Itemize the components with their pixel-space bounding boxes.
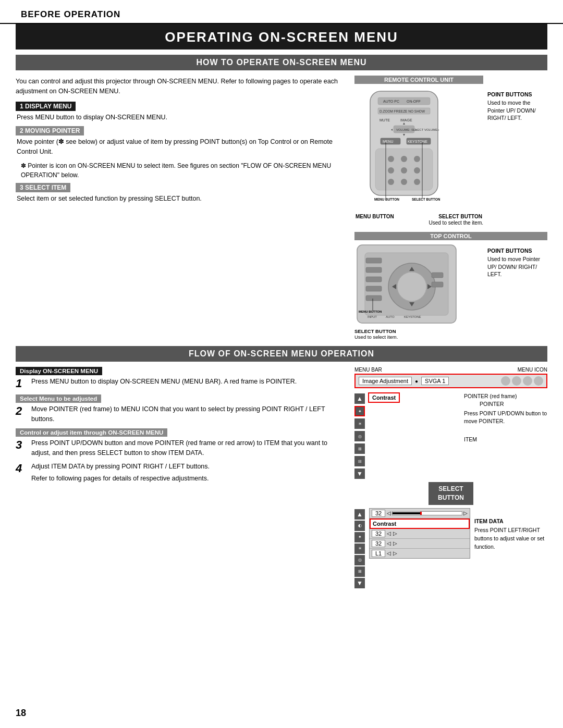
svg-point-28 (414, 179, 420, 185)
main-title: OPERATING ON-SCREEN MENU (16, 29, 547, 45)
page-number: 18 (16, 708, 26, 719)
menu-icon-label: MENU ICON (518, 367, 547, 373)
top-control-point-label: POINT BUTTONS (487, 248, 547, 254)
svg-point-25 (414, 167, 420, 174)
step2-text: Move pointer (✽ see below) or adjust val… (16, 137, 344, 157)
flow-step2-text: Move POINTER (red frame) to MENU ICON th… (31, 404, 344, 424)
flow-right-inner: MENU BAR MENU ICON Image Adjustment ● SV… (354, 367, 547, 588)
substep3-label: Control or adjust item through ON-SCREEN… (16, 428, 167, 437)
step1-title: 1 DISPLAY MENU (16, 102, 76, 111)
remote-control-block: REMOTE CONTROL UNIT AUTO PC ON-OFF D.ZOO… (354, 76, 547, 226)
menu-bar-item: Image Adjustment (359, 377, 412, 385)
flow-step4-num: 4 (16, 462, 28, 475)
flow-substep2: Select Menu to be adjusted 2 Move POINTE… (16, 394, 344, 424)
step2-box: 2 MOVING POINTER Move pointer (✽ see bel… (16, 126, 344, 157)
pointer-label2: POINTER (480, 401, 504, 407)
flow-left: Display ON-SCREEN MENU 1 Press MENU butt… (16, 362, 344, 588)
svg-rect-45 (366, 295, 382, 301)
main-title-bar: OPERATING ON-SCREEN MENU (16, 24, 547, 50)
flow-step3: 3 Press POINT UP/DOWN button and move PO… (16, 438, 344, 458)
svg-point-22 (414, 156, 420, 162)
step1-box: 1 DISPLAY MENU Press MENU button to disp… (16, 102, 344, 122)
intro-text: You can control and adjust this projecto… (16, 77, 344, 96)
svg-rect-43 (366, 277, 382, 282)
svg-text:AUTO: AUTO (386, 315, 395, 318)
bottom-contrast-label: Contrast (373, 521, 396, 527)
section1-bar: HOW TO OPERATE ON-SCREEN MENU (16, 55, 547, 70)
before-operation-title: BEFORE OPERATION (21, 9, 120, 19)
remote-label: REMOTE CONTROL UNIT (354, 76, 483, 84)
how-to-left: You can control and adjust this projecto… (16, 70, 344, 340)
item-data-label: ITEM DATA (474, 517, 547, 526)
substep1-label: Display ON-SCREEN MENU (16, 367, 102, 375)
svg-point-23 (388, 167, 394, 174)
how-to-content: You can control and adjust this projecto… (16, 70, 547, 340)
svg-text:MENU: MENU (383, 140, 394, 143)
select-button-note: Used to select the item. (354, 220, 483, 226)
svg-point-27 (401, 179, 407, 185)
flow-step1-text: Press MENU button to display ON-SCREEN M… (31, 377, 297, 387)
svg-text:KEYSTONE: KEYSTONE (408, 140, 427, 143)
svg-text:VOLUME-  SELECT  VOLUME+: VOLUME- SELECT VOLUME+ (396, 128, 439, 131)
svg-point-36 (397, 272, 426, 301)
select-button-box: SELECTBUTTON (429, 482, 473, 505)
top-control-svg: INPUT AUTO KEYSTONE MENU BUTTON (354, 242, 459, 326)
contrast-label: Contrast (368, 392, 400, 403)
flow-step4-text: Adjust ITEM DATA by pressing POINT RIGHT… (31, 462, 210, 472)
svg-rect-41 (366, 258, 382, 263)
svg-text:MENU BUTTON: MENU BUTTON (359, 310, 382, 313)
svg-point-24 (401, 167, 407, 174)
top-header: BEFORE OPERATION (0, 0, 563, 24)
flow-step1: 1 Press MENU button to display ON-SCREEN… (16, 377, 344, 390)
item-data-note: Press POINT LEFT/RIGHT buttons to adjust… (474, 526, 547, 551)
svg-rect-42 (366, 267, 382, 273)
flow-step4: 4 Adjust ITEM DATA by pressing POINT RIG… (16, 462, 344, 484)
flow-step1-num: 1 (16, 377, 28, 390)
menu-bar-item2: SVGA 1 (421, 377, 449, 385)
top-control-select-note: Used to select item. (354, 334, 483, 340)
svg-rect-44 (366, 286, 382, 291)
flow-right: MENU BAR MENU ICON Image Adjustment ● SV… (354, 362, 547, 588)
select-button-label: SELECT BUTTON (438, 214, 482, 219)
flow-substep3: Control or adjust item through ON-SCREEN… (16, 428, 344, 458)
flow-step2: 2 Move POINTER (red frame) to MENU ICON … (16, 404, 344, 424)
pointer-red-label: POINTER (red frame) (464, 393, 517, 399)
top-control-point-note: Used to move Pointer UP/ DOWN/ RIGHT/ LE… (487, 255, 547, 278)
point-buttons-note: Used to move the Pointer UP/ DOWN/ RIGHT… (487, 99, 547, 122)
svg-text:MENU BUTTON: MENU BUTTON (374, 198, 399, 201)
step3-text: Select item or set selected function by … (16, 194, 344, 204)
step3-box: 3 SELECT ITEM Select item or set selecte… (16, 183, 344, 204)
svg-text:INPUT: INPUT (368, 315, 377, 318)
svg-point-21 (401, 156, 407, 162)
menu-bar-label: MENU BAR (354, 367, 382, 373)
svg-text:IMAGE: IMAGE (400, 118, 412, 122)
how-to-right: REMOTE CONTROL UNIT AUTO PC ON-OFF D.ZOO… (354, 70, 547, 340)
remote-svg: AUTO PC ON-OFF D.ZOOM FREEZE NO SHOW MUT… (354, 86, 454, 211)
svg-point-26 (388, 179, 394, 185)
flow-step3-text: Press POINT UP/DOWN button and move POIN… (31, 438, 344, 458)
top-control-block: TOP CONTROL (354, 232, 547, 340)
section2-bar: FLOW OF ON-SCREEN MENU OPERATION (16, 346, 547, 362)
step2-title: 2 MOVING POINTER (16, 126, 84, 135)
step3-title: 3 SELECT ITEM (16, 183, 70, 192)
svg-text:KEYSTONE: KEYSTONE (404, 315, 421, 318)
pointer-note: ✽ Pointer is icon on ON-SCREEN MENU to s… (21, 161, 344, 180)
top-control-select-label: SELECT BUTTON (354, 328, 483, 334)
svg-text:AUTO PC: AUTO PC (383, 100, 399, 103)
flow-content: Display ON-SCREEN MENU 1 Press MENU butt… (16, 362, 547, 588)
svg-rect-47 (432, 282, 443, 287)
svg-text:D.ZOOM  FREEZE  NO SHOW: D.ZOOM FREEZE NO SHOW (380, 109, 425, 113)
flow-step3-num: 3 (16, 438, 28, 452)
svg-text:SELECT BUTTON: SELECT BUTTON (412, 198, 440, 201)
section1-title: HOW TO OPERATE ON-SCREEN MENU (16, 58, 547, 67)
flow-substep1: Display ON-SCREEN MENU 1 Press MENU butt… (16, 367, 344, 390)
point-buttons-label: POINT BUTTONS (487, 91, 547, 97)
step1-text: Press MENU button to display ON-SCREEN M… (16, 113, 344, 122)
flow-step2-num: 2 (16, 404, 28, 418)
top-control-label: TOP CONTROL (354, 232, 547, 240)
item-label: ITEM (464, 436, 477, 442)
svg-point-20 (388, 156, 394, 162)
press-point-note: Press POINT UP/DOWN button to move POINT… (464, 410, 547, 425)
substep2-label: Select Menu to be adjusted (16, 394, 101, 403)
svg-rect-46 (432, 273, 443, 278)
